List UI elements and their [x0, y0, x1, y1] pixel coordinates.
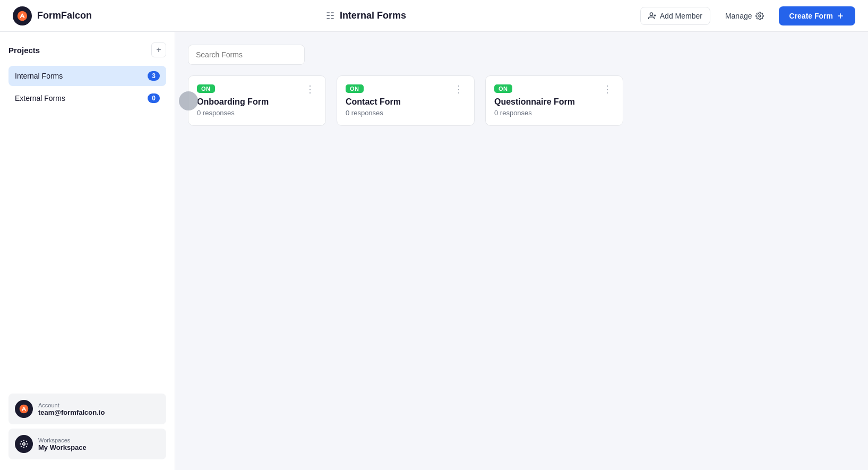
main-layout: Projects + Internal Forms 3 External For… [0, 32, 868, 470]
logo-icon [13, 6, 32, 25]
add-member-icon [648, 12, 657, 20]
sidebar-header: Projects + [8, 42, 166, 57]
svg-point-7 [20, 405, 29, 414]
page-icon: ☷ [326, 10, 334, 22]
create-form-button[interactable]: Create Form [779, 6, 855, 25]
account-block[interactable]: Account team@formfalcon.io [8, 394, 166, 424]
svg-point-4 [759, 15, 761, 17]
form-more-button[interactable]: ⋮ [303, 84, 317, 94]
app-name: FormFalcon [37, 10, 92, 21]
form-status-badge: ON [197, 84, 215, 93]
gear-icon [755, 12, 764, 20]
sidebar-item-label: Internal Forms [15, 72, 63, 80]
form-responses: 0 responses [494, 109, 614, 117]
main-content: ON ⋮ Onboarding Form 0 responses ON ⋮ Co… [175, 32, 868, 470]
form-responses: 0 responses [197, 109, 317, 117]
form-status-badge: ON [346, 84, 364, 93]
sidebar-item-label: External Forms [15, 94, 65, 102]
account-info: Account team@formfalcon.io [38, 402, 105, 416]
form-card-header: ON ⋮ [346, 84, 466, 94]
workspace-name: My Workspace [38, 443, 87, 451]
logo-area: FormFalcon [13, 6, 92, 25]
sidebar-item-internal-forms[interactable]: Internal Forms 3 [8, 66, 166, 86]
svg-point-1 [650, 13, 652, 15]
form-card-header: ON ⋮ [494, 84, 614, 94]
workspace-avatar [15, 435, 33, 453]
form-name: Onboarding Form [197, 97, 317, 107]
form-more-button[interactable]: ⋮ [600, 84, 614, 94]
sidebar-item-badge: 3 [148, 71, 160, 81]
sidebar-footer: Account team@formfalcon.io Workspaces My… [8, 389, 166, 459]
manage-button[interactable]: Manage [719, 7, 770, 24]
app-header: FormFalcon ☷ Internal Forms Add Member M… [0, 0, 868, 32]
form-more-button[interactable]: ⋮ [452, 84, 466, 94]
form-card-header: ON ⋮ [197, 84, 317, 94]
page-title-area: ☷ Internal Forms [326, 10, 406, 22]
plus-icon [836, 12, 845, 20]
add-project-button[interactable]: + [151, 42, 166, 57]
add-member-button[interactable]: Add Member [640, 7, 710, 25]
workspace-block[interactable]: Workspaces My Workspace [8, 429, 166, 459]
account-label: Account [38, 402, 105, 408]
form-responses: 0 responses [346, 109, 466, 117]
form-card-contact[interactable]: ON ⋮ Contact Form 0 responses [337, 75, 475, 126]
drag-handle [179, 91, 198, 110]
workspace-info: Workspaces My Workspace [38, 437, 87, 451]
form-name: Contact Form [346, 97, 466, 107]
header-actions: Add Member Manage Create Form [640, 6, 855, 25]
page-title: Internal Forms [340, 10, 406, 21]
account-email: team@formfalcon.io [38, 408, 105, 416]
sidebar-item-badge: 0 [148, 93, 160, 103]
form-name: Questionnaire Form [494, 97, 614, 107]
form-status-badge: ON [494, 84, 512, 93]
sidebar: Projects + Internal Forms 3 External For… [0, 32, 175, 470]
account-avatar [15, 400, 33, 418]
form-card-questionnaire[interactable]: ON ⋮ Questionnaire Form 0 responses [485, 75, 623, 126]
forms-grid: ON ⋮ Onboarding Form 0 responses ON ⋮ Co… [188, 75, 855, 126]
form-card-onboarding[interactable]: ON ⋮ Onboarding Form 0 responses [188, 75, 326, 126]
svg-point-0 [18, 11, 27, 20]
sidebar-section-title: Projects [8, 46, 40, 55]
workspace-label: Workspaces [38, 437, 87, 443]
sidebar-item-external-forms[interactable]: External Forms 0 [8, 88, 166, 108]
search-input[interactable] [188, 45, 305, 65]
svg-point-8 [23, 443, 25, 446]
